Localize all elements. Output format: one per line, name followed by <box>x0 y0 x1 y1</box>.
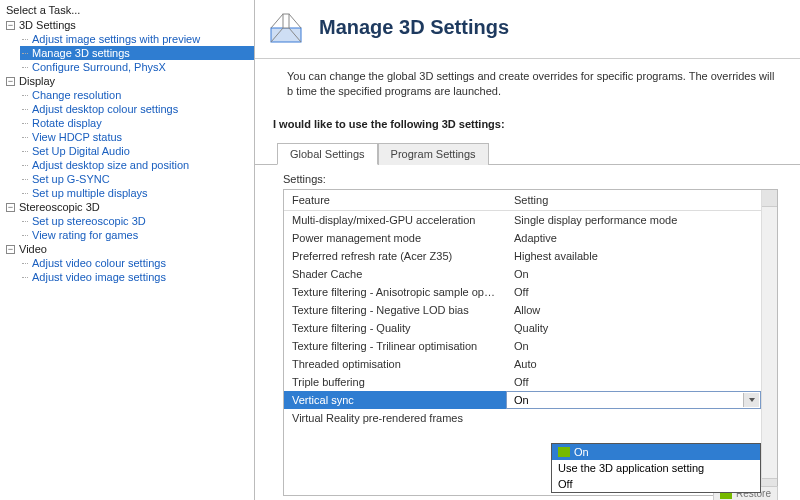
cell-feature: Shader Cache <box>284 265 506 283</box>
table-row[interactable]: Preferred refresh rate (Acer Z35)Highest… <box>284 247 761 265</box>
sidebar-item[interactable]: Adjust desktop size and position <box>20 158 254 172</box>
table-row[interactable]: Texture filtering - QualityQuality <box>284 319 761 337</box>
settings-tabs: Global SettingsProgram Settings <box>255 136 800 165</box>
cell-feature: Triple buffering <box>284 373 506 391</box>
table-row[interactable]: Power management modeAdaptive <box>284 229 761 247</box>
settings-subhead: I would like to use the following 3D set… <box>255 104 800 136</box>
svg-line-2 <box>271 14 283 28</box>
cell-setting[interactable]: Single display performance mode <box>506 211 761 229</box>
sidebar-item[interactable]: Adjust desktop colour settings <box>20 102 254 116</box>
cell-feature: Texture filtering - Quality <box>284 319 506 337</box>
cell-setting[interactable]: On <box>506 265 761 283</box>
dropdown-item[interactable]: Use the 3D application setting <box>552 460 760 476</box>
sidebar-item[interactable]: Adjust video image settings <box>20 270 254 284</box>
table-row[interactable]: Threaded optimisationAuto <box>284 355 761 373</box>
cell-feature: Threaded optimisation <box>284 355 506 373</box>
grid-scrollbar[interactable] <box>761 190 777 495</box>
table-row[interactable]: Virtual Reality pre-rendered frames <box>284 409 761 427</box>
table-row[interactable]: Shader CacheOn <box>284 265 761 283</box>
svg-line-3 <box>289 14 301 28</box>
collapse-icon[interactable]: − <box>6 21 15 30</box>
tab[interactable]: Global Settings <box>277 143 378 165</box>
page-header: Manage 3D Settings <box>255 0 800 59</box>
sidebar-item[interactable]: View rating for games <box>20 228 254 242</box>
cell-setting[interactable]: Highest available <box>506 247 761 265</box>
sidebar-title: Select a Task... <box>0 2 254 18</box>
tree-group-label: Display <box>19 75 55 87</box>
cell-setting[interactable]: Adaptive <box>506 229 761 247</box>
collapse-icon[interactable]: − <box>6 245 15 254</box>
cell-setting[interactable]: On <box>506 391 761 409</box>
cell-setting[interactable]: Quality <box>506 319 761 337</box>
tree-group-head[interactable]: −Display <box>0 74 254 88</box>
table-row[interactable]: Multi-display/mixed-GPU accelerationSing… <box>284 211 761 229</box>
col-header-feature: Feature <box>284 190 506 210</box>
col-header-setting: Setting <box>506 190 761 210</box>
tree-group-label: 3D Settings <box>19 19 76 31</box>
tree-group-head[interactable]: −3D Settings <box>0 18 254 32</box>
cell-setting[interactable]: Allow <box>506 301 761 319</box>
sidebar-item[interactable]: Set up stereoscopic 3D <box>20 214 254 228</box>
vsync-dropdown[interactable]: OnUse the 3D application settingOff <box>551 443 761 493</box>
grid-header: Feature Setting <box>284 190 761 211</box>
cell-setting[interactable] <box>506 409 761 427</box>
sidebar-item[interactable]: View HDCP status <box>20 130 254 144</box>
cell-setting[interactable]: Auto <box>506 355 761 373</box>
collapse-icon[interactable]: − <box>6 203 15 212</box>
cell-feature: Multi-display/mixed-GPU acceleration <box>284 211 506 229</box>
cell-setting[interactable]: Off <box>506 283 761 301</box>
page-description: You can change the global 3D settings an… <box>255 59 800 104</box>
cell-feature: Texture filtering - Anisotropic sample o… <box>284 283 506 301</box>
collapse-icon[interactable]: − <box>6 77 15 86</box>
sidebar-item[interactable]: Adjust image settings with preview <box>20 32 254 46</box>
tree-group-head[interactable]: −Stereoscopic 3D <box>0 200 254 214</box>
chevron-down-icon[interactable] <box>743 393 759 407</box>
table-row[interactable]: Triple bufferingOff <box>284 373 761 391</box>
cell-feature: Texture filtering - Negative LOD bias <box>284 301 506 319</box>
cell-setting[interactable]: Off <box>506 373 761 391</box>
task-tree: −3D SettingsAdjust image settings with p… <box>0 18 254 284</box>
table-row[interactable]: Vertical syncOn <box>284 391 761 409</box>
dropdown-item[interactable]: Off <box>552 476 760 492</box>
sidebar-item[interactable]: Adjust video colour settings <box>20 256 254 270</box>
table-row[interactable]: Texture filtering - Trilinear optimisati… <box>284 337 761 355</box>
sidebar-item[interactable]: Set up multiple displays <box>20 186 254 200</box>
cell-setting[interactable]: On <box>506 337 761 355</box>
nvidia-3d-icon <box>265 6 307 48</box>
cell-feature: Preferred refresh rate (Acer Z35) <box>284 247 506 265</box>
table-row[interactable]: Texture filtering - Negative LOD biasAll… <box>284 301 761 319</box>
settings-label: Settings: <box>255 165 800 187</box>
sidebar-item[interactable]: Rotate display <box>20 116 254 130</box>
sidebar-item[interactable]: Change resolution <box>20 88 254 102</box>
tree-group-label: Video <box>19 243 47 255</box>
cell-feature: Power management mode <box>284 229 506 247</box>
dropdown-item[interactable]: On <box>552 444 760 460</box>
nvidia-icon <box>558 447 570 457</box>
sidebar-item[interactable]: Set up G-SYNC <box>20 172 254 186</box>
main-panel: Manage 3D Settings You can change the gl… <box>255 0 800 500</box>
task-sidebar: Select a Task... −3D SettingsAdjust imag… <box>0 0 255 500</box>
page-title: Manage 3D Settings <box>319 16 509 39</box>
cell-feature: Vertical sync <box>284 391 506 409</box>
cell-feature: Texture filtering - Trilinear optimisati… <box>284 337 506 355</box>
sidebar-item[interactable]: Set Up Digital Audio <box>20 144 254 158</box>
svg-rect-0 <box>271 28 301 42</box>
cell-feature: Virtual Reality pre-rendered frames <box>284 409 506 427</box>
svg-rect-6 <box>283 14 289 28</box>
tab[interactable]: Program Settings <box>378 143 489 165</box>
tree-group-label: Stereoscopic 3D <box>19 201 100 213</box>
sidebar-item[interactable]: Manage 3D settings <box>20 46 254 60</box>
sidebar-item[interactable]: Configure Surround, PhysX <box>20 60 254 74</box>
table-row[interactable]: Texture filtering - Anisotropic sample o… <box>284 283 761 301</box>
tree-group-head[interactable]: −Video <box>0 242 254 256</box>
